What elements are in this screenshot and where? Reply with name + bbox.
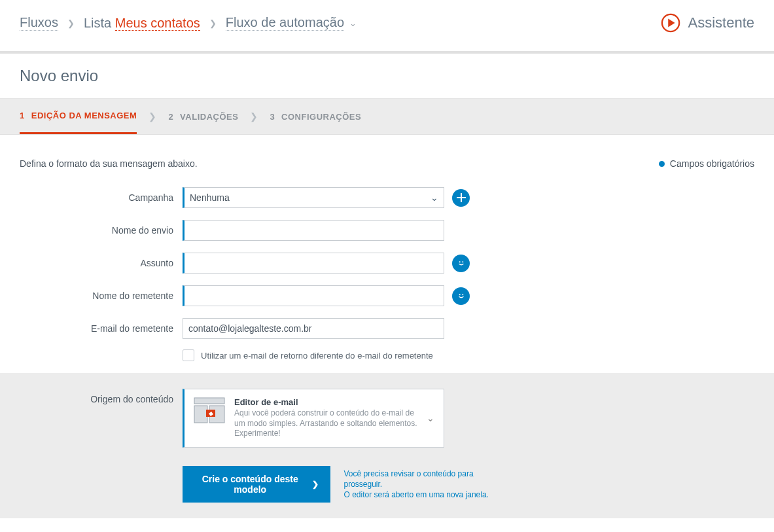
label-subject: Assunto xyxy=(20,258,173,268)
label-sender-email: E-mail do remetente xyxy=(20,323,173,334)
step-3[interactable]: 3 CONFIGURAÇÕES xyxy=(270,99,361,134)
chevron-down-icon[interactable]: ⌄ xyxy=(349,18,357,28)
chevron-right-icon: ❯ xyxy=(250,111,258,122)
row-sender-name: Nome do remetente xyxy=(20,285,491,306)
row-send-name: Nome do envio xyxy=(20,220,491,241)
required-dot-icon xyxy=(659,161,665,167)
step-label: VALIDAÇÕES xyxy=(180,112,238,122)
add-campaign-button[interactable] xyxy=(452,189,470,207)
checkbox-reply-label: Utilizar um e-mail de retorno diferente … xyxy=(201,351,433,361)
row-origin: Origem do conteúdo Editor de e-mail Aqui… xyxy=(20,389,491,448)
assistant-button[interactable]: Assistente xyxy=(661,13,755,33)
select-content-origin[interactable]: Editor de e-mail Aqui você poderá constr… xyxy=(183,389,444,448)
row-sender-email: E-mail do remetente xyxy=(20,318,491,339)
intro-text: Defina o formato da sua mensagem abaixo. xyxy=(20,158,198,169)
checkbox-reply-email[interactable] xyxy=(183,349,194,361)
breadcrumb-fluxo-automacao[interactable]: Fluxo de automação xyxy=(226,15,344,31)
cta-button-label: Crie o conteúdo deste modelo xyxy=(194,474,306,495)
form: Campanha Nenhuma ⌄ Nome do envio Assunto xyxy=(20,187,491,361)
intro-row: Defina o formato da sua mensagem abaixo.… xyxy=(20,158,754,169)
row-subject: Assunto xyxy=(20,253,491,274)
label-campaign: Campanha xyxy=(20,192,173,203)
content: Defina o formato da sua mensagem abaixo.… xyxy=(0,135,774,532)
svg-point-5 xyxy=(459,294,460,295)
svg-point-6 xyxy=(462,294,463,295)
plus-icon xyxy=(457,193,466,202)
step-2[interactable]: 2 VALIDAÇÕES xyxy=(168,99,238,134)
template-editor-icon xyxy=(194,397,225,423)
page-title: Novo envio xyxy=(20,67,754,85)
step-num: 2 xyxy=(168,112,173,122)
page-title-bar: Novo envio xyxy=(0,54,774,98)
smiley-icon xyxy=(457,291,466,300)
play-circle-icon xyxy=(661,13,680,33)
chevron-right-icon: ❯ xyxy=(149,111,156,122)
svg-rect-7 xyxy=(194,398,224,404)
cta-note: Você precisa revisar o conteúdo para pro… xyxy=(343,469,491,501)
breadcrumb-lista-prefix: Lista xyxy=(84,16,111,30)
chevron-right-icon: ❯ xyxy=(209,18,217,28)
step-num: 3 xyxy=(270,112,275,122)
svg-rect-8 xyxy=(194,406,207,423)
create-content-button[interactable]: Crie o conteúdo deste modelo ❯ xyxy=(183,466,330,503)
origin-desc: Aqui você poderá construir o conteúdo do… xyxy=(234,408,417,439)
row-reply-checkbox: Utilizar um e-mail de retorno diferente … xyxy=(183,349,491,361)
chevron-right-icon: ❯ xyxy=(312,480,319,489)
input-subject[interactable] xyxy=(183,253,444,274)
emoji-picker-button[interactable] xyxy=(452,287,470,305)
assistant-label: Assistente xyxy=(688,14,755,31)
top-bar: Fluxos ❯ Lista Meus contatos ❯ Fluxo de … xyxy=(0,0,774,54)
label-send-name: Nome do envio xyxy=(20,225,173,236)
cta-row: Crie o conteúdo deste modelo ❯ Você prec… xyxy=(183,466,491,503)
breadcrumb-lista-name: Meus contatos xyxy=(115,16,200,31)
step-label: CONFIGURAÇÕES xyxy=(281,112,361,122)
emoji-picker-button[interactable] xyxy=(452,255,470,272)
step-1[interactable]: 1 EDIÇÃO DA MENSAGEM xyxy=(20,99,137,134)
input-sender-email[interactable] xyxy=(183,318,444,339)
breadcrumb-lista[interactable]: Lista Meus contatos xyxy=(84,16,200,31)
chevron-down-icon: ⌄ xyxy=(431,192,438,203)
required-label: Campos obrigatórios xyxy=(670,158,754,169)
svg-point-2 xyxy=(459,261,460,262)
input-sender-name[interactable] xyxy=(183,285,444,306)
origin-section: Origem do conteúdo Editor de e-mail Aqui… xyxy=(0,373,774,518)
svg-point-1 xyxy=(457,259,465,268)
smiley-icon xyxy=(457,258,466,268)
svg-point-3 xyxy=(462,261,463,262)
required-fields-badge: Campos obrigatórios xyxy=(659,158,754,169)
chevron-down-icon: ⌄ xyxy=(427,413,434,423)
select-campaign-value: Nenhuma xyxy=(190,192,230,203)
label-origin: Origem do conteúdo xyxy=(20,389,173,404)
steps-bar: 1 EDIÇÃO DA MENSAGEM ❯ 2 VALIDAÇÕES ❯ 3 … xyxy=(0,98,774,135)
label-sender-name: Nome do remetente xyxy=(20,291,173,301)
origin-title: Editor de e-mail xyxy=(234,397,417,407)
svg-point-4 xyxy=(457,292,465,300)
step-label: EDIÇÃO DA MENSAGEM xyxy=(31,111,137,120)
breadcrumb: Fluxos ❯ Lista Meus contatos ❯ Fluxo de … xyxy=(20,15,357,31)
row-campaign: Campanha Nenhuma ⌄ xyxy=(20,187,491,208)
chevron-right-icon: ❯ xyxy=(67,18,75,28)
select-campaign[interactable]: Nenhuma ⌄ xyxy=(183,187,444,208)
input-send-name[interactable] xyxy=(183,220,444,241)
breadcrumb-fluxos[interactable]: Fluxos xyxy=(20,15,58,31)
step-num: 1 xyxy=(20,111,25,120)
